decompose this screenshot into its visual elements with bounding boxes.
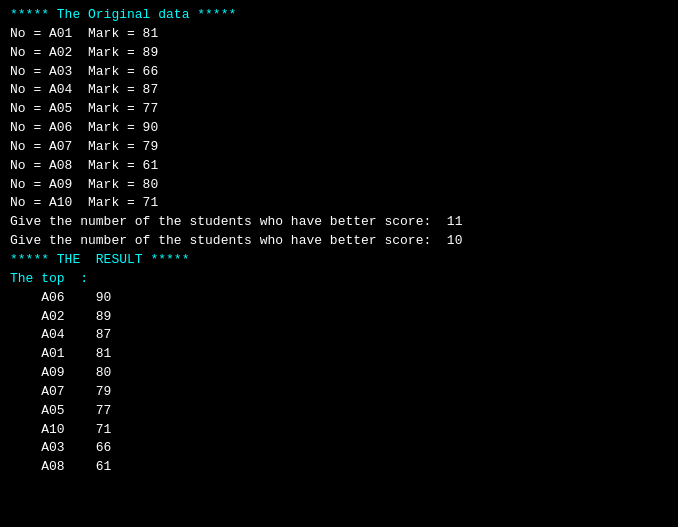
- terminal-line-r_a01: A01 81: [10, 345, 668, 364]
- terminal-line-a07: No = A07 Mark = 79: [10, 138, 668, 157]
- terminal-line-r_a06: A06 90: [10, 289, 668, 308]
- terminal-line-a06: No = A06 Mark = 90: [10, 119, 668, 138]
- terminal-line-r_a05: A05 77: [10, 402, 668, 421]
- terminal-line-a02: No = A02 Mark = 89: [10, 44, 668, 63]
- terminal-line-prompt2: Give the number of the students who have…: [10, 232, 668, 251]
- terminal-line-header2: ***** THE RESULT *****: [10, 251, 668, 270]
- terminal-output: ***** The Original data *****No = A01 Ma…: [10, 6, 668, 477]
- terminal-line-r_a03: A03 66: [10, 439, 668, 458]
- terminal-line-a09: No = A09 Mark = 80: [10, 176, 668, 195]
- terminal-line-r_a07: A07 79: [10, 383, 668, 402]
- terminal-line-r_a08: A08 61: [10, 458, 668, 477]
- terminal-line-a08: No = A08 Mark = 61: [10, 157, 668, 176]
- terminal-line-header1: ***** The Original data *****: [10, 6, 668, 25]
- terminal-line-r_a02: A02 89: [10, 308, 668, 327]
- terminal-line-a01: No = A01 Mark = 81: [10, 25, 668, 44]
- terminal-line-a05: No = A05 Mark = 77: [10, 100, 668, 119]
- terminal-line-r_a10: A10 71: [10, 421, 668, 440]
- terminal-line-a03: No = A03 Mark = 66: [10, 63, 668, 82]
- terminal-line-a10: No = A10 Mark = 71: [10, 194, 668, 213]
- terminal-line-r_a09: A09 80: [10, 364, 668, 383]
- terminal-line-prompt1: Give the number of the students who have…: [10, 213, 668, 232]
- terminal-line-a04: No = A04 Mark = 87: [10, 81, 668, 100]
- terminal-line-thetop: The top :: [10, 270, 668, 289]
- terminal-line-r_a04: A04 87: [10, 326, 668, 345]
